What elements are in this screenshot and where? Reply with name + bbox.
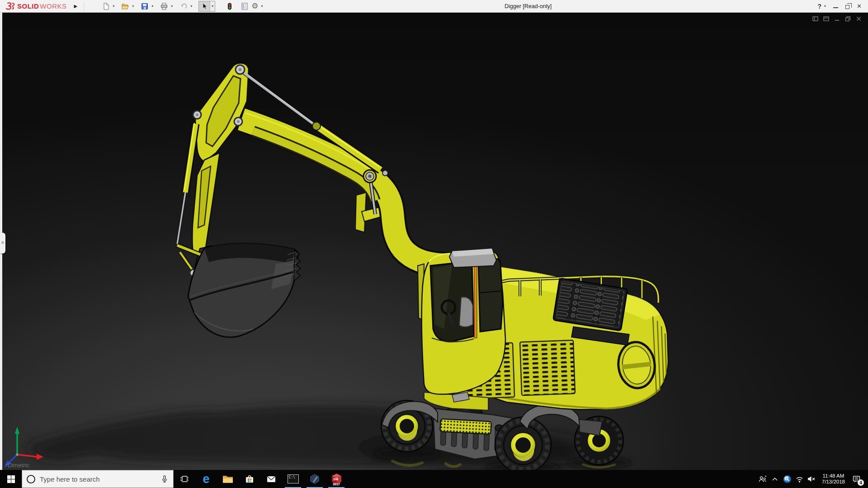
start-button[interactable] [0, 470, 22, 488]
print-icon [160, 2, 168, 10]
rebuild-button[interactable] [224, 1, 235, 12]
edge-icon: e [203, 473, 209, 485]
solidworks-window: SOLID WORKS ▶ ▾ ▾ [0, 0, 868, 488]
save-button[interactable] [139, 1, 150, 12]
task-view-icon [180, 474, 189, 483]
windows-start-icon [7, 475, 15, 483]
title-bar: SOLID WORKS ▶ ▾ ▾ [0, 0, 868, 13]
side-vent-panel-2 [520, 340, 575, 395]
divider [84, 1, 84, 11]
rebuild-traffic-light-icon [226, 2, 234, 10]
taskbar-app-file-explorer[interactable] [217, 470, 239, 488]
options-gear-icon: ⚙ [251, 2, 258, 10]
taskbar-app-edge[interactable]: e [195, 470, 217, 488]
side-window [478, 259, 503, 332]
microphone-icon[interactable] [160, 475, 169, 483]
pane-icon[interactable] [812, 16, 818, 22]
feature-manager-flyout-tab[interactable] [0, 233, 5, 253]
help-dropdown-caret[interactable]: ▾ [824, 4, 826, 8]
window-controls: ? ▾ ✕ [818, 0, 868, 12]
quick-access-toolbar: ▾ ▾ ▾ ▾ [100, 0, 264, 12]
help-button[interactable]: ? [818, 3, 822, 10]
pane-icon[interactable] [823, 16, 829, 22]
select-button-active[interactable] [199, 1, 210, 11]
wifi-icon [795, 475, 804, 483]
hidden-icons-chevron-icon [772, 477, 778, 481]
network-button[interactable] [793, 470, 806, 488]
resource-monitor-button[interactable] [781, 470, 793, 488]
hidden-icons-button[interactable] [769, 470, 781, 488]
svg-text:SW: SW [333, 478, 339, 481]
open-dropdown-caret[interactable]: ▾ [131, 4, 135, 8]
open-folder-icon [121, 2, 129, 10]
menu-flyout-arrow-icon[interactable]: ▶ [72, 3, 80, 9]
system-tray: 11:48 AM 7/13/2018 4 [757, 470, 868, 488]
3d-viewport[interactable]: *Dimetric [0, 13, 868, 470]
taskbar-clock[interactable]: 11:48 AM 7/13/2018 [818, 473, 849, 485]
view-orientation-label: *Dimetric [5, 462, 29, 469]
doc-minimize-icon[interactable] [834, 16, 840, 22]
restore-button[interactable] [845, 5, 849, 9]
print-button[interactable] [159, 1, 170, 12]
save-floppy-icon [141, 2, 149, 10]
people-button[interactable] [757, 470, 769, 488]
bucket [188, 244, 301, 337]
document-window-controls [812, 16, 862, 22]
taskbar-search[interactable] [22, 470, 174, 488]
notification-badge: 4 [858, 479, 864, 486]
undo-arrow-icon [179, 2, 188, 10]
viewport-top-fade [0, 13, 868, 175]
bucket-teeth [294, 250, 301, 281]
file-properties-icon [241, 2, 249, 10]
doc-restore-icon[interactable] [845, 16, 851, 22]
excavator-model-scene [0, 13, 868, 470]
taskbar-app-command-prompt[interactable]: C:\ [282, 470, 304, 488]
taskbar-app-edrawings[interactable] [304, 470, 326, 488]
open-button[interactable] [120, 1, 131, 12]
date: 7/13/2018 [822, 479, 845, 485]
brand-works: WORKS [40, 2, 66, 10]
options-dropdown-caret[interactable]: ▾ [260, 4, 264, 8]
windows-taskbar: e C:\ [0, 470, 868, 488]
taskbar-app-solidworks[interactable]: SW 2017 [326, 470, 347, 488]
door-stripe [474, 260, 477, 338]
close-button[interactable]: ✕ [857, 3, 862, 9]
task-view-button[interactable] [174, 470, 195, 488]
step-grille [440, 419, 491, 434]
volume-button[interactable] [806, 470, 818, 488]
select-tool-group: ▾ [198, 1, 215, 12]
search-input[interactable] [40, 475, 156, 483]
time: 11:48 AM [822, 473, 845, 479]
seat [459, 297, 473, 327]
brand-solid: SOLID [17, 2, 39, 10]
minimize-button[interactable] [833, 7, 838, 8]
hexagon-badge-icon [309, 474, 320, 484]
solidworks-menu-button[interactable]: SOLID WORKS ▶ [0, 0, 82, 12]
options-button[interactable]: ⚙ [250, 1, 259, 12]
document-title: Digger [Read-only] [505, 3, 552, 9]
solidworks-cube-icon: SW 2017 [330, 473, 343, 485]
dassault-3s-icon [5, 2, 15, 10]
taskbar-app-store[interactable] [239, 470, 260, 488]
print-dropdown-caret[interactable]: ▾ [170, 4, 174, 8]
store-bag-icon [244, 474, 255, 484]
file-properties-button[interactable] [239, 1, 250, 12]
folder-icon [222, 474, 234, 484]
save-dropdown-caret[interactable]: ▾ [150, 4, 155, 8]
cortana-circle-icon [27, 475, 35, 483]
people-icon [758, 475, 767, 483]
action-center-button[interactable]: 4 [849, 470, 864, 488]
undo-dropdown-caret[interactable]: ▾ [189, 4, 193, 8]
taskbar-app-mail[interactable] [260, 470, 282, 488]
new-dropdown-caret[interactable]: ▾ [111, 4, 116, 8]
undo-button-disabled[interactable] [178, 1, 189, 12]
new-document-button[interactable] [100, 1, 111, 12]
new-document-icon [102, 2, 110, 10]
volume-muted-icon [807, 475, 816, 483]
roof-muffler-box [449, 249, 496, 267]
resource-monitor-icon [783, 475, 792, 483]
select-dropdown-button[interactable]: ▾ [210, 1, 215, 11]
select-cursor-icon [200, 2, 208, 10]
doc-close-icon[interactable] [856, 16, 862, 22]
console-icon: C:\ [288, 474, 299, 483]
